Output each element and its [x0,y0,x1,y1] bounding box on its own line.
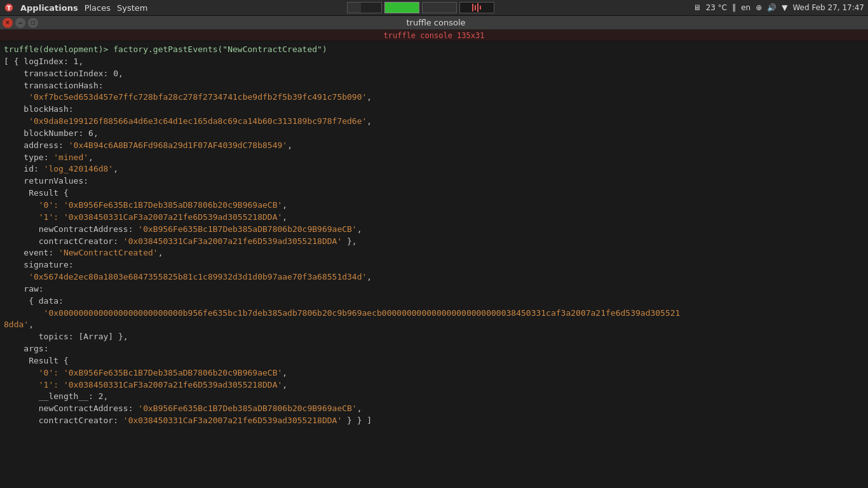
terminal-line-23: 8dda', [4,319,864,331]
terminal-line-6: '0x9da8e199126f88566a4d6e3c64d1ec165da8c… [4,116,864,128]
terminal-line-11: returnValues: [4,175,864,187]
monitor-icon: 🖥 [693,3,701,12]
terminal-line-17: event: 'NewContractCreated', [4,247,864,259]
terminal-line-13: '0': '0xB956Fe635Bc1B7Deb385aDB7806b20c9… [4,200,864,212]
window-controls: × – □ [3,18,38,28]
terminal-line-29: __length__: 2, [4,391,864,403]
terminal-line-prompt: truffle(development)> factory.getPastEve… [4,44,864,56]
terminal-line-2: transactionIndex: 0, [4,68,864,80]
taskbar-thumb-4[interactable] [459,2,494,13]
terminal-line-3: transactionHash: [4,80,864,92]
applications-menu[interactable]: Applications [20,3,78,13]
taskbar [347,2,494,13]
terminal-line-5: blockHash: [4,104,864,116]
datetime: Wed Feb 27, 17:47 [792,3,864,12]
minimize-button[interactable]: – [15,18,25,28]
terminal-line-22: '0x0000000000000000000000000b956fe635bc1… [4,308,864,320]
terminal-line-15: newContractAddress: '0xB956Fe635Bc1B7Deb… [4,224,864,236]
terminal-line-19: '0x5674de2ec80a1803e6847355825b81c1c8993… [4,271,864,283]
terminal-line-25: args: [4,343,864,355]
terminal-line-27: '0': '0xB956Fe635Bc1B7Deb385aDB7806b20c9… [4,367,864,379]
temperature: 23 °C [706,3,727,12]
terminal-line-16: contractCreator: '0x038450331CaF3a2007a2… [4,236,864,248]
terminal-line-26: Result { [4,355,864,367]
subtitle-bar: truffle console 135x31 [0,30,868,41]
terminal-line-30: newContractAddress: '0xB956Fe635Bc1B7Deb… [4,403,864,415]
places-menu[interactable]: Places [85,3,111,13]
terminal-line-12: Result { [4,187,864,200]
terminal-line-20: raw: [4,283,864,295]
terminal[interactable]: truffle(development)> factory.getPastEve… [0,41,868,488]
terminal-line-9: type: 'mined', [4,152,864,164]
terminal-line-10: id: 'log_420146d8', [4,163,864,175]
system-menu[interactable]: System [117,3,147,13]
system-bar: T Applications Places System 🖥 23 °C ‖ [0,0,868,16]
terminal-line-18: signature: [4,259,864,271]
close-button[interactable]: × [3,18,13,28]
console-subtitle: truffle console 135x31 [384,31,485,40]
terminal-line-31: contractCreator: '0x038450331CaF3a2007a2… [4,415,864,427]
taskbar-thumb-3[interactable] [422,2,457,13]
maximize-button[interactable]: □ [28,18,38,28]
network-icon: ⊕ [756,3,762,12]
app-icon: T [4,3,14,13]
separator1: ‖ [732,3,736,12]
terminal-line-24: topics: [Array] }, [4,331,864,343]
svg-text:T: T [7,5,11,11]
system-bar-left: T Applications Places System [4,3,148,13]
system-tray: 🖥 23 °C ‖ en ⊕ 🔊 ▼ Wed Feb 27, 17:47 [693,3,864,12]
window-title: truffle console [38,18,834,27]
taskbar-thumb-1[interactable] [347,2,382,13]
title-bar: × – □ truffle console [0,16,868,30]
terminal-line-28: '1': '0x038450331CaF3a2007a21fe6D539ad30… [4,379,864,391]
taskbar-thumb-2[interactable] [384,2,419,13]
terminal-line-4: '0xf7bc5ed653d457e7ffc728bfa28c278f27347… [4,92,864,104]
terminal-line-21: { data: [4,295,864,308]
vpn-icon: ▼ [782,3,787,12]
terminal-line-1: [ { logIndex: 1, [4,56,864,68]
terminal-line-8: address: '0x4B94c6A8B7A6Fd968a29d1F07AF4… [4,140,864,152]
keyboard-layout: en [741,3,750,12]
volume-icon: 🔊 [767,3,776,12]
terminal-line-14: '1': '0x038450331CaF3a2007a21fe6D539ad30… [4,212,864,224]
terminal-line-7: blockNumber: 6, [4,128,864,140]
